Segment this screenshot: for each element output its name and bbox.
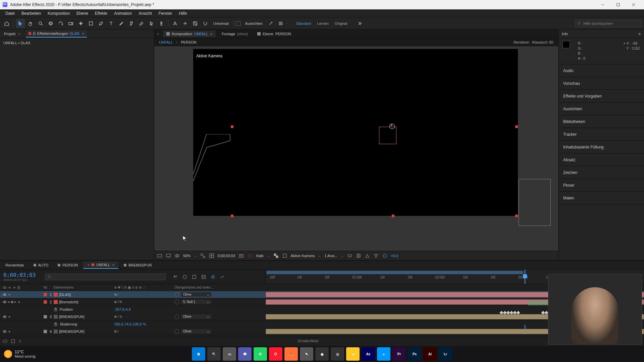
- panel-menu-icon[interactable]: ≡: [112, 263, 114, 267]
- tab-renderliste[interactable]: Renderliste: [1, 262, 28, 268]
- motion-blur-icon[interactable]: [209, 273, 217, 281]
- twirl-icon[interactable]: ▸: [8, 314, 12, 319]
- resolution-dropdown[interactable]: Halb: [256, 254, 264, 258]
- property-value[interactable]: 100,0,74,0,100,0 %: [114, 322, 266, 326]
- eraser-tool[interactable]: [137, 19, 146, 28]
- eye-icon[interactable]: [3, 329, 7, 334]
- timeline-icon[interactable]: [365, 253, 370, 258]
- monitor-icon[interactable]: [166, 253, 171, 258]
- layer-switches[interactable]: ⊕ / fx: [114, 300, 174, 304]
- taskbar-app-ff[interactable]: 🦊: [284, 347, 298, 361]
- tab-footage[interactable]: Footage (ohne): [218, 31, 251, 37]
- timeline-search-input[interactable]: [45, 274, 166, 280]
- taskbar-app-teams[interactable]: 💬: [238, 347, 252, 361]
- panel-ausrichten[interactable]: Ausrichten: [558, 103, 644, 115]
- panel-zeichen[interactable]: Zeichen: [558, 166, 644, 179]
- keyframe-nav-marker-icon[interactable]: ◆: [11, 300, 13, 304]
- pixel-aspect-icon[interactable]: [347, 253, 353, 258]
- parent-dropdown[interactable]: Ohne⌄: [181, 292, 211, 297]
- taskbar-app-ae[interactable]: Ae: [362, 347, 375, 361]
- layer-name[interactable]: [Bremslicht]: [59, 300, 78, 304]
- stopwatch-icon[interactable]: [54, 307, 58, 311]
- view-axis-button[interactable]: [191, 19, 200, 28]
- parent-dropdown[interactable]: Ohne⌄: [181, 329, 211, 334]
- label-color-chip[interactable]: [44, 315, 47, 318]
- camera-tool[interactable]: [66, 19, 75, 28]
- panel-menu-icon[interactable]: ≡: [639, 32, 641, 36]
- 3d-view-icon[interactable]: [282, 253, 287, 258]
- taskbar-app-search[interactable]: 🔍: [207, 347, 221, 361]
- property-row[interactable]: Skalierung 100,0,74,0,100,0 %: [0, 320, 644, 328]
- close-icon[interactable]: ×: [17, 32, 21, 36]
- close-button[interactable]: [626, 0, 641, 9]
- menu-ansicht[interactable]: Ansicht: [135, 10, 155, 17]
- text-tool[interactable]: [106, 19, 116, 28]
- panel-malen[interactable]: Malen: [558, 192, 644, 204]
- composition-viewer[interactable]: Aktive Kamera: [154, 46, 558, 251]
- orbit-tool[interactable]: [46, 19, 55, 28]
- exposure-value[interactable]: +0,0: [391, 254, 398, 258]
- panel-inhaltsbasierte-fuellung[interactable]: Inhaltsbasierte Füllung: [558, 141, 644, 154]
- zoom-dropdown[interactable]: 50%: [183, 254, 191, 258]
- panel-menu-icon[interactable]: ≡: [210, 32, 212, 36]
- work-area-bar[interactable]: [266, 271, 523, 274]
- roto-tool[interactable]: [147, 19, 156, 28]
- twirl-icon[interactable]: ▸: [17, 300, 21, 304]
- snapshot-icon[interactable]: [238, 253, 244, 258]
- close-icon[interactable]: ×: [156, 32, 160, 36]
- layer-row[interactable]: ◂◆▸ ▸ 2 [Bremslicht] ⊕ / fx 5. Null 1⌄: [0, 298, 644, 306]
- eye-icon[interactable]: [3, 300, 7, 304]
- mask-icon[interactable]: [174, 253, 180, 258]
- taskbar-app-ai[interactable]: Ai: [423, 347, 437, 361]
- shape-tool[interactable]: [86, 19, 96, 28]
- crumb-unfall[interactable]: UNFALL: [159, 40, 173, 44]
- layer-name[interactable]: [BREMSSPUR]: [59, 329, 85, 334]
- selection-handle[interactable]: [392, 215, 394, 217]
- taskbar-app-fig[interactable]: ✎: [300, 347, 313, 361]
- selection-bounding-box[interactable]: [379, 127, 396, 144]
- panel-effekte-vorgaben[interactable]: Effekte und Vorgaben: [558, 90, 644, 103]
- menu-komposition[interactable]: Komposition: [44, 10, 73, 17]
- label-color-chip[interactable]: [44, 330, 47, 333]
- pan-behind-tool[interactable]: [76, 19, 86, 28]
- taskbar-app-pr[interactable]: Pr: [392, 347, 406, 361]
- workspace-original[interactable]: Original: [335, 21, 347, 25]
- rotate-tool[interactable]: [56, 19, 65, 28]
- layer-switches[interactable]: ⊕ /: [114, 293, 174, 296]
- view-layout-dropdown[interactable]: 1 Ansi...: [324, 254, 337, 258]
- selection-handle[interactable]: [515, 215, 518, 217]
- transparency-icon[interactable]: [273, 253, 279, 258]
- speaker-column-icon[interactable]: [8, 286, 12, 290]
- reset-exposure-icon[interactable]: [382, 253, 387, 258]
- layer-row[interactable]: ▸ 4 [BREMSSPUR] ⊕ / Ohne⌄: [0, 328, 644, 335]
- layer-row[interactable]: ▸ 3 [BREMSSPUR] ⊕ / ⊙ Ohne⌄: [0, 313, 644, 320]
- layer-switches[interactable]: ⊕ / ⊙: [114, 315, 174, 318]
- parent-dropdown[interactable]: 5. Null 1⌄: [181, 300, 211, 304]
- layer-name[interactable]: [GLAS]: [59, 293, 71, 297]
- eye-column-icon[interactable]: [3, 286, 7, 290]
- eye-icon[interactable]: [3, 315, 7, 319]
- keyframe-nav-prev-icon[interactable]: ◂: [8, 300, 10, 304]
- frame-blend-icon[interactable]: [200, 273, 207, 281]
- panel-pinsel[interactable]: Pinsel: [558, 179, 644, 192]
- pen-tool[interactable]: [96, 19, 106, 28]
- menu-bearbeiten[interactable]: Bearbeiten: [18, 10, 44, 17]
- renderer-dropdown[interactable]: Klassisch 3D: [532, 40, 553, 44]
- draft-3d-icon[interactable]: [181, 273, 189, 281]
- property-row[interactable]: Position -287,8,4,4: [0, 306, 644, 313]
- brace-icon[interactable]: [19, 339, 23, 344]
- panel-bibliotheken[interactable]: Bibliotheken: [558, 115, 644, 128]
- snap-toggle-button[interactable]: [201, 19, 210, 28]
- pickwhip-icon[interactable]: [174, 300, 179, 304]
- stopwatch-icon[interactable]: [54, 322, 58, 326]
- fast-preview-icon[interactable]: [356, 253, 361, 258]
- layer-name[interactable]: [BREMSSPUR]: [59, 315, 85, 319]
- resolution-icon[interactable]: [200, 253, 206, 258]
- crumb-person[interactable]: PERSON: [181, 40, 196, 44]
- shy-toggle-icon[interactable]: [191, 273, 198, 281]
- label-color-chip[interactable]: [44, 300, 47, 304]
- help-search-input[interactable]: Hilfe durchsuchen: [575, 20, 642, 27]
- comp-mini-flowchart-icon[interactable]: [172, 273, 179, 281]
- tab-bremsspur[interactable]: BREMSSPUR: [120, 262, 156, 268]
- tab-layer[interactable]: Ebene PERSON: [254, 31, 294, 37]
